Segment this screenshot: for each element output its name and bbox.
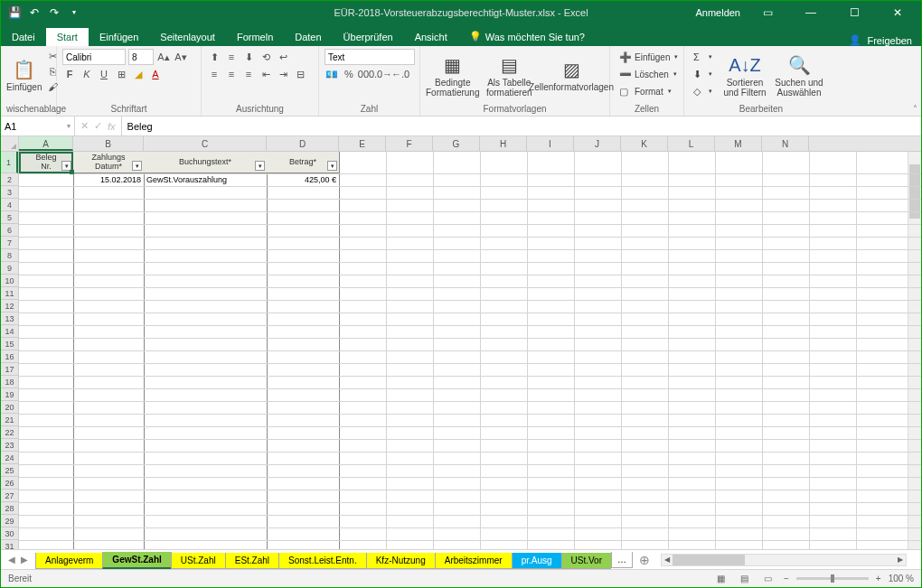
orientation-icon[interactable]: ⟲ xyxy=(259,50,273,64)
format-cells-button[interactable]: ▢Format▾ xyxy=(616,83,678,99)
align-bottom-icon[interactable]: ⬇ xyxy=(241,50,256,64)
qat-customize-icon[interactable]: ▾ xyxy=(68,6,80,19)
row-header-20[interactable]: 20 xyxy=(1,401,18,414)
filter-icon[interactable]: ▾ xyxy=(132,161,142,171)
clear-button[interactable]: ◇▾ xyxy=(690,83,716,99)
sort-filter-button[interactable]: A↓Z Sortieren und Filtern xyxy=(720,49,770,102)
row-header-27[interactable]: 27 xyxy=(1,490,18,502)
normal-view-icon[interactable]: ▦ xyxy=(713,572,729,586)
tab-layout[interactable]: Seitenlayout xyxy=(149,28,226,46)
filter-icon[interactable]: ▾ xyxy=(61,161,71,171)
align-right-icon[interactable]: ≡ xyxy=(241,67,256,81)
border-icon[interactable]: ⊞ xyxy=(114,67,128,81)
row-header-9[interactable]: 9 xyxy=(1,262,18,275)
cell-styles-button[interactable]: ▨ Zellenformatvorlagen xyxy=(539,49,604,102)
increase-decimal-icon[interactable]: .0→ xyxy=(376,67,390,81)
table-header-A[interactable]: BelegNr.▾ xyxy=(19,152,73,173)
row-header-24[interactable]: 24 xyxy=(1,452,18,464)
row-header-30[interactable]: 30 xyxy=(1,527,18,540)
sheet-tab-ustzahl[interactable]: USt.Zahl xyxy=(171,553,226,569)
align-left-icon[interactable]: ≡ xyxy=(207,67,221,81)
underline-icon[interactable]: U xyxy=(97,67,111,81)
row-header-13[interactable]: 13 xyxy=(1,313,18,325)
align-middle-icon[interactable]: ≡ xyxy=(224,50,239,64)
fill-color-icon[interactable]: ◢ xyxy=(131,67,146,81)
maximize-icon[interactable]: ☐ xyxy=(838,1,870,23)
sheet-nav-prev-icon[interactable]: ◀ xyxy=(8,555,15,565)
row-header-31[interactable]: 31 xyxy=(1,540,18,549)
zoom-in-icon[interactable]: + xyxy=(876,574,881,583)
delete-cells-button[interactable]: ➖Löschen▾ xyxy=(616,66,678,82)
row-header-3[interactable]: 3 xyxy=(1,186,18,199)
increase-indent-icon[interactable]: ⇥ xyxy=(276,67,290,81)
cell-C2[interactable]: GewSt.Vorauszahlung xyxy=(144,173,267,186)
row-header-11[interactable]: 11 xyxy=(1,287,18,300)
horizontal-scrollbar[interactable]: ◀ ▶ xyxy=(661,554,907,566)
increase-font-icon[interactable]: A▴ xyxy=(156,50,171,64)
col-header-D[interactable]: D xyxy=(267,136,339,151)
row-header-1[interactable]: 1 xyxy=(1,152,18,173)
fx-icon[interactable]: fx xyxy=(108,121,116,132)
formula-input[interactable]: Beleg xyxy=(122,117,921,135)
redo-icon[interactable]: ↷ xyxy=(48,6,61,19)
col-header-I[interactable]: I xyxy=(527,136,574,151)
wrap-text-icon[interactable]: ↩ xyxy=(276,50,290,64)
row-header-8[interactable]: 8 xyxy=(1,249,18,262)
close-icon[interactable]: ✕ xyxy=(881,1,914,23)
tab-home[interactable]: Start xyxy=(46,28,89,46)
save-icon[interactable]: 💾 xyxy=(8,6,21,19)
font-size-combo[interactable] xyxy=(128,49,154,65)
percent-icon[interactable]: % xyxy=(342,67,356,81)
tab-file[interactable]: Datei xyxy=(1,28,46,46)
col-header-L[interactable]: L xyxy=(668,136,715,151)
row-header-14[interactable]: 14 xyxy=(1,325,18,338)
align-center-icon[interactable]: ≡ xyxy=(224,67,239,81)
autosum-button[interactable]: Σ▾ xyxy=(690,49,716,65)
table-header-D[interactable]: Betrag*▾ xyxy=(267,152,339,173)
format-as-table-button[interactable]: ▤ Als Tabelle formatieren xyxy=(483,49,535,102)
row-header-2[interactable]: 2 xyxy=(1,173,18,186)
font-color-icon[interactable]: A xyxy=(148,67,163,81)
paste-button[interactable]: 📋 Einfügen xyxy=(6,49,42,102)
col-header-N[interactable]: N xyxy=(762,136,809,151)
table-header-B[interactable]: ZahlungsDatum*▾ xyxy=(73,152,144,173)
zoom-out-icon[interactable]: − xyxy=(784,574,789,583)
decrease-decimal-icon[interactable]: ←.0 xyxy=(393,67,408,81)
col-header-C[interactable]: C xyxy=(144,136,267,151)
filter-icon[interactable]: ▾ xyxy=(255,161,265,171)
col-header-J[interactable]: J xyxy=(574,136,621,151)
sheet-tab-gewstzahl[interactable]: GewSt.Zahl xyxy=(102,552,171,569)
row-header-19[interactable]: 19 xyxy=(1,388,18,401)
sheet-tab-prausg[interactable]: pr.Ausg xyxy=(512,553,562,569)
row-header-22[interactable]: 22 xyxy=(1,426,18,439)
fill-button[interactable]: ⬇▾ xyxy=(690,66,716,82)
ribbon-options-icon[interactable]: ▭ xyxy=(751,1,784,23)
decrease-indent-icon[interactable]: ⇤ xyxy=(259,67,273,81)
select-all-corner[interactable] xyxy=(1,136,19,151)
col-header-F[interactable]: F xyxy=(386,136,433,151)
row-header-4[interactable]: 4 xyxy=(1,199,18,211)
row-header-29[interactable]: 29 xyxy=(1,515,18,527)
row-header-12[interactable]: 12 xyxy=(1,300,18,313)
tab-view[interactable]: Ansicht xyxy=(404,28,458,46)
italic-icon[interactable]: K xyxy=(80,67,94,81)
row-header-10[interactable]: 10 xyxy=(1,275,18,287)
undo-icon[interactable]: ↶ xyxy=(28,6,41,19)
tab-review[interactable]: Überprüfen xyxy=(333,28,404,46)
sheet-tab-kfz-nutzung[interactable]: Kfz-Nutzung xyxy=(366,553,436,569)
col-header-K[interactable]: K xyxy=(621,136,668,151)
cell-B2[interactable]: 15.02.2018 xyxy=(73,173,144,186)
col-header-H[interactable]: H xyxy=(480,136,527,151)
row-header-6[interactable]: 6 xyxy=(1,224,18,237)
col-header-E[interactable]: E xyxy=(339,136,386,151)
bold-icon[interactable]: F xyxy=(62,67,77,81)
signin-link[interactable]: Anmelden xyxy=(695,7,740,18)
number-format-combo[interactable] xyxy=(325,49,415,65)
tab-formulas[interactable]: Formeln xyxy=(226,28,284,46)
row-header-7[interactable]: 7 xyxy=(1,237,18,249)
row-header-18[interactable]: 18 xyxy=(1,376,18,388)
decrease-font-icon[interactable]: A▾ xyxy=(174,50,188,64)
row-header-17[interactable]: 17 xyxy=(1,363,18,376)
cancel-formula-icon[interactable]: ✕ xyxy=(80,120,89,132)
find-select-button[interactable]: 🔍 Suchen und Auswählen xyxy=(774,49,824,102)
